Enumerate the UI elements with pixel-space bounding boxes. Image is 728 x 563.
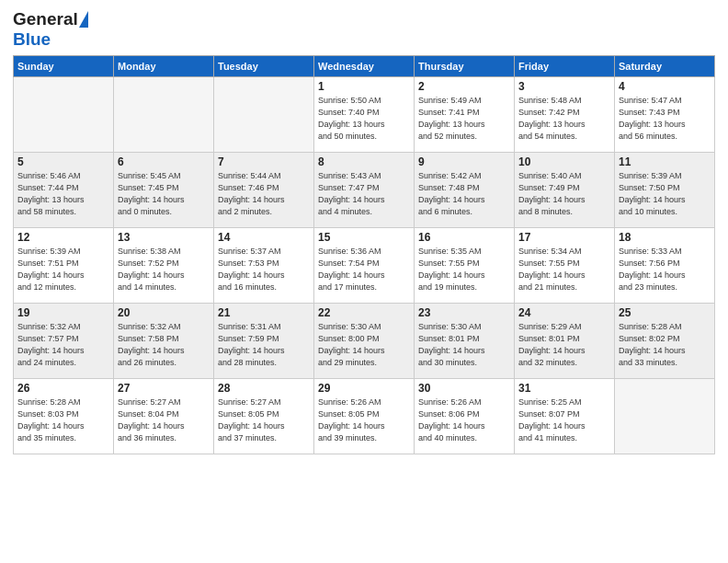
day-cell: 7Sunrise: 5:44 AM Sunset: 7:46 PM Daylig… — [214, 153, 314, 228]
day-info: Sunrise: 5:25 AM Sunset: 8:07 PM Dayligh… — [518, 396, 610, 444]
day-number: 9 — [418, 155, 510, 168]
day-cell: 12Sunrise: 5:39 AM Sunset: 7:51 PM Dayli… — [14, 228, 114, 304]
day-number: 24 — [518, 306, 610, 319]
day-cell: 18Sunrise: 5:33 AM Sunset: 7:56 PM Dayli… — [615, 228, 715, 304]
day-cell: 22Sunrise: 5:30 AM Sunset: 8:00 PM Dayli… — [314, 304, 415, 379]
day-cell: 6Sunrise: 5:45 AM Sunset: 7:45 PM Daylig… — [114, 153, 214, 228]
day-number: 30 — [418, 382, 510, 395]
day-number: 27 — [118, 382, 210, 395]
logo-triangle-icon — [79, 11, 88, 28]
day-info: Sunrise: 5:44 AM Sunset: 7:46 PM Dayligh… — [218, 170, 310, 218]
day-cell: 30Sunrise: 5:26 AM Sunset: 8:06 PM Dayli… — [415, 379, 515, 454]
day-info: Sunrise: 5:42 AM Sunset: 7:48 PM Dayligh… — [418, 170, 510, 218]
week-row-2: 5Sunrise: 5:46 AM Sunset: 7:44 PM Daylig… — [14, 153, 715, 228]
day-cell: 19Sunrise: 5:32 AM Sunset: 7:57 PM Dayli… — [14, 304, 114, 379]
day-number: 22 — [318, 306, 410, 319]
day-cell: 15Sunrise: 5:36 AM Sunset: 7:54 PM Dayli… — [314, 228, 415, 304]
col-header-thursday: Thursday — [415, 56, 515, 77]
day-number: 19 — [17, 306, 109, 319]
col-header-sunday: Sunday — [14, 56, 114, 77]
day-info: Sunrise: 5:38 AM Sunset: 7:52 PM Dayligh… — [118, 246, 210, 293]
day-number: 26 — [17, 382, 109, 395]
day-number: 10 — [518, 155, 610, 168]
col-header-wednesday: Wednesday — [314, 56, 415, 77]
day-info: Sunrise: 5:50 AM Sunset: 7:40 PM Dayligh… — [318, 95, 410, 143]
day-cell: 25Sunrise: 5:28 AM Sunset: 8:02 PM Dayli… — [615, 304, 715, 379]
logo: General Blue — [13, 9, 88, 50]
day-info: Sunrise: 5:28 AM Sunset: 8:03 PM Dayligh… — [17, 396, 109, 444]
week-row-3: 12Sunrise: 5:39 AM Sunset: 7:51 PM Dayli… — [14, 228, 715, 304]
day-number: 14 — [218, 231, 310, 244]
day-number: 7 — [218, 155, 310, 168]
week-row-1: 1Sunrise: 5:50 AM Sunset: 7:40 PM Daylig… — [14, 77, 715, 153]
col-header-monday: Monday — [114, 56, 214, 77]
day-number: 28 — [218, 382, 310, 395]
day-info: Sunrise: 5:48 AM Sunset: 7:42 PM Dayligh… — [518, 95, 610, 143]
day-cell — [214, 77, 314, 153]
week-row-5: 26Sunrise: 5:28 AM Sunset: 8:03 PM Dayli… — [14, 379, 715, 454]
day-info: Sunrise: 5:40 AM Sunset: 7:49 PM Dayligh… — [518, 170, 610, 218]
col-header-friday: Friday — [515, 56, 615, 77]
day-cell: 13Sunrise: 5:38 AM Sunset: 7:52 PM Dayli… — [114, 228, 214, 304]
day-cell — [14, 77, 114, 153]
day-info: Sunrise: 5:27 AM Sunset: 8:05 PM Dayligh… — [218, 396, 310, 444]
day-number: 11 — [619, 155, 711, 168]
day-info: Sunrise: 5:29 AM Sunset: 8:01 PM Dayligh… — [518, 321, 610, 369]
day-info: Sunrise: 5:35 AM Sunset: 7:55 PM Dayligh… — [418, 246, 510, 293]
calendar-page: General Blue SundayMondayTuesdayWednesda… — [0, 0, 728, 563]
day-cell: 16Sunrise: 5:35 AM Sunset: 7:55 PM Dayli… — [415, 228, 515, 304]
day-info: Sunrise: 5:30 AM Sunset: 8:01 PM Dayligh… — [418, 321, 510, 369]
day-number: 31 — [518, 382, 610, 395]
day-number: 3 — [518, 80, 610, 93]
day-info: Sunrise: 5:26 AM Sunset: 8:06 PM Dayligh… — [418, 396, 510, 444]
day-cell: 20Sunrise: 5:32 AM Sunset: 7:58 PM Dayli… — [114, 304, 214, 379]
day-cell: 9Sunrise: 5:42 AM Sunset: 7:48 PM Daylig… — [415, 153, 515, 228]
col-header-saturday: Saturday — [615, 56, 715, 77]
day-number: 8 — [318, 155, 410, 168]
day-cell: 23Sunrise: 5:30 AM Sunset: 8:01 PM Dayli… — [415, 304, 515, 379]
day-number: 29 — [318, 382, 410, 395]
day-info: Sunrise: 5:45 AM Sunset: 7:45 PM Dayligh… — [118, 170, 210, 218]
day-cell: 2Sunrise: 5:49 AM Sunset: 7:41 PM Daylig… — [415, 77, 515, 153]
day-cell: 26Sunrise: 5:28 AM Sunset: 8:03 PM Dayli… — [14, 379, 114, 454]
day-cell: 8Sunrise: 5:43 AM Sunset: 7:47 PM Daylig… — [314, 153, 415, 228]
day-cell: 14Sunrise: 5:37 AM Sunset: 7:53 PM Dayli… — [214, 228, 314, 304]
day-cell: 27Sunrise: 5:27 AM Sunset: 8:04 PM Dayli… — [114, 379, 214, 454]
day-info: Sunrise: 5:43 AM Sunset: 7:47 PM Dayligh… — [318, 170, 410, 218]
day-number: 21 — [218, 306, 310, 319]
day-number: 25 — [619, 306, 711, 319]
day-cell: 3Sunrise: 5:48 AM Sunset: 7:42 PM Daylig… — [515, 77, 615, 153]
day-info: Sunrise: 5:33 AM Sunset: 7:56 PM Dayligh… — [619, 246, 711, 293]
day-number: 2 — [418, 80, 510, 93]
day-cell: 28Sunrise: 5:27 AM Sunset: 8:05 PM Dayli… — [214, 379, 314, 454]
day-number: 17 — [518, 231, 610, 244]
day-cell: 24Sunrise: 5:29 AM Sunset: 8:01 PM Dayli… — [515, 304, 615, 379]
day-info: Sunrise: 5:49 AM Sunset: 7:41 PM Dayligh… — [418, 95, 510, 143]
day-cell — [114, 77, 214, 153]
day-number: 4 — [619, 80, 711, 93]
day-cell: 10Sunrise: 5:40 AM Sunset: 7:49 PM Dayli… — [515, 153, 615, 228]
day-cell — [615, 379, 715, 454]
day-info: Sunrise: 5:32 AM Sunset: 7:57 PM Dayligh… — [17, 321, 109, 369]
header-row: SundayMondayTuesdayWednesdayThursdayFrid… — [14, 56, 715, 77]
day-cell: 29Sunrise: 5:26 AM Sunset: 8:05 PM Dayli… — [314, 379, 415, 454]
day-info: Sunrise: 5:39 AM Sunset: 7:51 PM Dayligh… — [17, 246, 109, 293]
logo-blue-text: Blue — [13, 29, 51, 50]
day-cell: 21Sunrise: 5:31 AM Sunset: 7:59 PM Dayli… — [214, 304, 314, 379]
day-info: Sunrise: 5:31 AM Sunset: 7:59 PM Dayligh… — [218, 321, 310, 369]
week-row-4: 19Sunrise: 5:32 AM Sunset: 7:57 PM Dayli… — [14, 304, 715, 379]
day-cell: 1Sunrise: 5:50 AM Sunset: 7:40 PM Daylig… — [314, 77, 415, 153]
calendar-table: SundayMondayTuesdayWednesdayThursdayFrid… — [13, 55, 715, 454]
day-cell: 17Sunrise: 5:34 AM Sunset: 7:55 PM Dayli… — [515, 228, 615, 304]
day-number: 20 — [118, 306, 210, 319]
day-number: 5 — [17, 155, 109, 168]
day-number: 16 — [418, 231, 510, 244]
day-number: 15 — [318, 231, 410, 244]
header: General Blue — [13, 9, 715, 50]
day-cell: 5Sunrise: 5:46 AM Sunset: 7:44 PM Daylig… — [14, 153, 114, 228]
col-header-tuesday: Tuesday — [214, 56, 314, 77]
day-cell: 11Sunrise: 5:39 AM Sunset: 7:50 PM Dayli… — [615, 153, 715, 228]
day-cell: 31Sunrise: 5:25 AM Sunset: 8:07 PM Dayli… — [515, 379, 615, 454]
logo-general-text: General — [13, 9, 78, 29]
day-info: Sunrise: 5:46 AM Sunset: 7:44 PM Dayligh… — [17, 170, 109, 218]
